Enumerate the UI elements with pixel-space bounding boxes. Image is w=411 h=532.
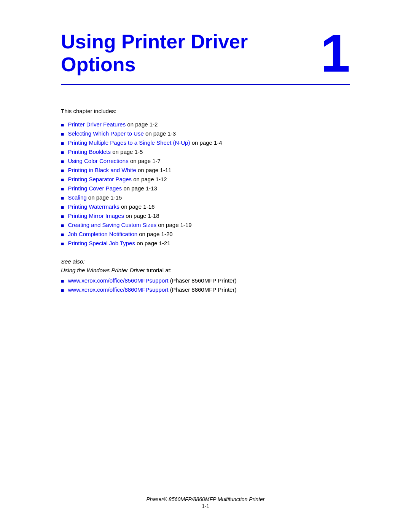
toc-link[interactable]: Job Completion Notification — [68, 231, 137, 237]
toc-item: ■ Printing Separator Pages on page 1-12 — [61, 176, 350, 183]
toc-item-content: Printing Separator Pages on page 1-12 — [68, 176, 167, 182]
toc-item: ■ Printing Mirror Images on page 1-18 — [61, 212, 350, 219]
see-also-section: See also: Using the Windows Printer Driv… — [61, 258, 350, 293]
toc-item: ■ Creating and Saving Custom Sizes on pa… — [61, 222, 350, 228]
toc-link[interactable]: Scaling — [68, 194, 86, 201]
toc-item: ■ Printing Multiple Pages to a Single Sh… — [61, 139, 350, 146]
footer-text: Phaser® 8560MFP/8860MFP Multifunction Pr… — [147, 496, 265, 502]
page-ref: on page 1-19 — [158, 222, 191, 228]
printer-ref: (Phaser 8860MFP Printer) — [170, 286, 237, 293]
page-ref: on page 1-7 — [130, 158, 161, 164]
toc-link[interactable]: Printing Booklets — [68, 149, 111, 155]
toc-item-content: Printing Booklets on page 1-5 — [68, 149, 143, 155]
bullet-icon: ■ — [61, 177, 64, 183]
toc-link[interactable]: Creating and Saving Custom Sizes — [68, 222, 156, 228]
toc-item-content: Selecting Which Paper to Use on page 1-3 — [68, 130, 176, 137]
chapter-number: 1 — [320, 27, 350, 80]
toc-link[interactable]: Printing Mirror Images — [68, 212, 124, 219]
page-ref: on page 1-2 — [127, 121, 158, 128]
bullet-icon: ■ — [61, 131, 64, 137]
toc-link[interactable]: Printer Driver Features — [68, 121, 126, 128]
bullet-icon: ■ — [61, 222, 64, 228]
toc-item: ■ Printing Special Job Types on page 1-2… — [61, 240, 350, 247]
toc-list: ■ Printer Driver Features on page 1-2 ■ … — [61, 121, 350, 247]
bullet-icon: ■ — [61, 232, 64, 238]
toc-link[interactable]: Printing Watermarks — [68, 203, 119, 210]
bullet-icon: ■ — [61, 122, 64, 128]
page-ref: on page 1-20 — [139, 231, 172, 237]
toc-item-content: Scaling on page 1-15 — [68, 194, 122, 201]
toc-item: ■ Printing Watermarks on page 1-16 — [61, 203, 350, 210]
toc-item-content: Printing Special Job Types on page 1-21 — [68, 240, 170, 246]
see-also-label: See also: — [61, 258, 350, 265]
bullet-icon: ■ — [61, 287, 64, 293]
toc-item: ■ Printing in Black and White on page 1-… — [61, 167, 350, 174]
toc-link[interactable]: Printing Separator Pages — [68, 176, 132, 182]
toc-item-content: Printer Driver Features on page 1-2 — [68, 121, 158, 128]
printer-ref: (Phaser 8560MFP Printer) — [170, 277, 237, 284]
bullet-icon: ■ — [61, 241, 64, 247]
bullet-icon: ■ — [61, 149, 64, 155]
footer-page-number: 1-1 — [0, 503, 411, 509]
page-ref: on page 1-11 — [138, 167, 171, 173]
bullet-icon: ■ — [61, 186, 64, 192]
page-ref: on page 1-16 — [121, 203, 155, 210]
page-container: Using Printer Driver Options 1 This chap… — [0, 0, 411, 532]
page-ref: on page 1-21 — [137, 240, 170, 246]
toc-item-content: Printing Cover Pages on page 1-13 — [68, 185, 157, 192]
page-ref: on page 1-4 — [192, 139, 222, 146]
chapter-title: Using Printer Driver Options — [61, 30, 248, 76]
toc-link[interactable]: Printing Special Job Types — [68, 240, 135, 246]
toc-link[interactable]: Printing Cover Pages — [68, 185, 122, 192]
tutorial-text: Using the Windows Printer Driver tutoria… — [61, 267, 350, 273]
toc-item-content: Printing Mirror Images on page 1-18 — [68, 212, 159, 219]
bullet-icon: ■ — [61, 195, 64, 201]
see-also-item: ■ www.xerox.com/office/8860MFPsupport (P… — [61, 286, 350, 293]
see-also-item-content: www.xerox.com/office/8560MFPsupport (Pha… — [68, 277, 236, 284]
toc-item: ■ Scaling on page 1-15 — [61, 194, 350, 201]
page-ref: on page 1-13 — [123, 185, 157, 192]
page-ref: on page 1-5 — [112, 149, 143, 155]
bullet-icon: ■ — [61, 140, 64, 146]
toc-link[interactable]: Printing in Black and White — [68, 167, 136, 173]
toc-item: ■ Selecting Which Paper to Use on page 1… — [61, 130, 350, 137]
chapter-title-text: Using Printer Driver Options — [61, 30, 248, 76]
toc-link[interactable]: Using Color Corrections — [68, 158, 128, 164]
xerox-8860-link[interactable]: www.xerox.com/office/8860MFPsupport — [68, 286, 168, 293]
toc-item: ■ Printing Cover Pages on page 1-13 — [61, 185, 350, 192]
page-footer: Phaser® 8560MFP/8860MFP Multifunction Pr… — [0, 496, 411, 509]
toc-link[interactable]: Selecting Which Paper to Use — [68, 130, 143, 137]
intro-text: This chapter includes: — [61, 108, 350, 114]
page-ref: on page 1-18 — [126, 212, 159, 219]
page-ref: on page 1-15 — [88, 194, 122, 201]
toc-item: ■ Using Color Corrections on page 1-7 — [61, 158, 350, 165]
tutorial-italic: Using the Windows Printer Driver — [61, 267, 145, 273]
toc-item: ■ Printer Driver Features on page 1-2 — [61, 121, 350, 128]
see-also-item-content: www.xerox.com/office/8860MFPsupport (Pha… — [68, 286, 236, 293]
bullet-icon: ■ — [61, 158, 64, 165]
xerox-8560-link[interactable]: www.xerox.com/office/8560MFPsupport — [68, 277, 168, 284]
toc-item: ■ Printing Booklets on page 1-5 — [61, 149, 350, 155]
toc-item-content: Using Color Corrections on page 1-7 — [68, 158, 160, 164]
toc-item-content: Printing Multiple Pages to a Single Shee… — [68, 139, 222, 146]
toc-item-content: Printing Watermarks on page 1-16 — [68, 203, 155, 210]
bullet-icon: ■ — [61, 213, 64, 219]
page-ref: on page 1-3 — [145, 130, 176, 137]
page-ref: on page 1-12 — [133, 176, 167, 182]
bullet-icon: ■ — [61, 278, 64, 284]
toc-item-content: Job Completion Notification on page 1-20 — [68, 231, 172, 237]
toc-link[interactable]: Printing Multiple Pages to a Single Shee… — [68, 139, 190, 146]
toc-item-content: Creating and Saving Custom Sizes on page… — [68, 222, 191, 228]
toc-item-content: Printing in Black and White on page 1-11 — [68, 167, 171, 173]
toc-item: ■ Job Completion Notification on page 1-… — [61, 231, 350, 238]
bullet-icon: ■ — [61, 204, 64, 210]
chapter-header: Using Printer Driver Options 1 — [61, 30, 350, 85]
bullet-icon: ■ — [61, 168, 64, 174]
see-also-item: ■ www.xerox.com/office/8560MFPsupport (P… — [61, 277, 350, 284]
see-also-list: ■ www.xerox.com/office/8560MFPsupport (P… — [61, 277, 350, 293]
